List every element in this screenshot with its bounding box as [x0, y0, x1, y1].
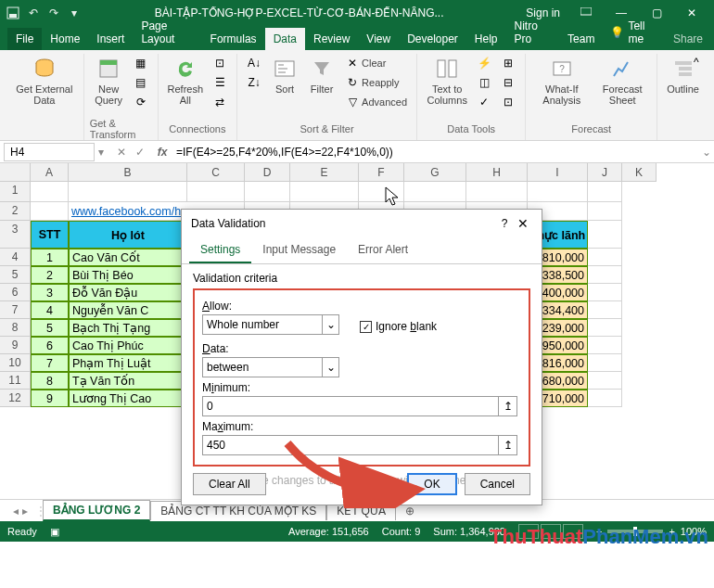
- column-header[interactable]: A: [31, 163, 69, 182]
- chevron-down-icon[interactable]: ⌄: [323, 357, 339, 377]
- allow-dropdown[interactable]: [202, 314, 323, 335]
- tab-prev-icon[interactable]: ◂: [13, 505, 19, 518]
- save-icon[interactable]: [6, 6, 20, 20]
- consolidate-button[interactable]: ⊞: [497, 54, 519, 72]
- dlg-tab-input-message[interactable]: Input Message: [251, 237, 347, 263]
- cell[interactable]: Tạ Văn Tốn: [69, 372, 187, 390]
- cell[interactable]: 7: [31, 354, 69, 372]
- cell[interactable]: STT: [31, 221, 69, 249]
- range-select-icon[interactable]: ↥: [499, 435, 517, 455]
- data-model-button[interactable]: ⊡: [497, 93, 519, 111]
- recent-sources-button[interactable]: ⟳: [130, 93, 152, 111]
- cell[interactable]: Bùi Thị Béo: [69, 266, 187, 284]
- get-external-data-button[interactable]: Get External Data: [11, 54, 78, 108]
- cell[interactable]: 4: [31, 301, 69, 319]
- row-header[interactable]: 6: [0, 284, 31, 301]
- show-queries-button[interactable]: ▦: [130, 54, 152, 72]
- close-icon[interactable]: ✕: [675, 4, 708, 22]
- cell[interactable]: [588, 372, 622, 390]
- remove-duplicates-button[interactable]: ◫: [473, 73, 495, 92]
- cell[interactable]: Cao Thị Phúc: [69, 337, 187, 354]
- cell[interactable]: [588, 301, 622, 319]
- clear-button[interactable]: ✕Clear: [341, 54, 411, 72]
- cell[interactable]: Phạm Thị Luật: [69, 354, 187, 372]
- dialog-close-icon[interactable]: ✕: [514, 216, 532, 231]
- cancel-button[interactable]: Cancel: [465, 473, 530, 495]
- tab-next-icon[interactable]: ▸: [22, 505, 28, 518]
- tab-view[interactable]: View: [358, 28, 399, 50]
- column-header[interactable]: B: [69, 163, 187, 182]
- column-header[interactable]: C: [187, 163, 245, 182]
- column-header[interactable]: G: [404, 163, 466, 182]
- maximum-input[interactable]: [202, 435, 499, 455]
- tab-team[interactable]: Team: [559, 28, 603, 50]
- sort-za-button[interactable]: Z↓: [243, 73, 265, 92]
- dlg-tab-settings[interactable]: Settings: [189, 237, 251, 263]
- relationships-button[interactable]: ⊟: [497, 73, 519, 92]
- tab-review[interactable]: Review: [305, 28, 358, 50]
- filter-button[interactable]: Filter: [304, 54, 339, 96]
- properties-button[interactable]: ☰: [209, 73, 231, 92]
- column-header[interactable]: J: [588, 163, 622, 182]
- tab-page-layout[interactable]: Page Layout: [133, 15, 201, 50]
- tab-nitro-pro[interactable]: Nitro Pro: [506, 15, 560, 50]
- new-query-button[interactable]: New Query: [90, 54, 128, 108]
- cell[interactable]: 6: [31, 337, 69, 354]
- row-header[interactable]: 11: [0, 372, 31, 390]
- row-header[interactable]: 9: [0, 337, 31, 354]
- undo-icon[interactable]: ↶: [26, 6, 41, 20]
- cell[interactable]: [588, 284, 622, 301]
- expand-formula-icon[interactable]: ⌄: [699, 146, 714, 159]
- chevron-down-icon[interactable]: ⌄: [323, 314, 339, 335]
- ignore-blank-checkbox[interactable]: ✓: [360, 321, 372, 333]
- cell[interactable]: [588, 182, 622, 202]
- dlg-tab-error-alert[interactable]: Error Alert: [347, 237, 419, 263]
- row-header[interactable]: 8: [0, 319, 31, 337]
- cell[interactable]: [31, 182, 69, 202]
- sort-az-button[interactable]: A↓: [243, 54, 265, 72]
- cell[interactable]: [588, 319, 622, 337]
- column-header[interactable]: I: [528, 163, 588, 182]
- refresh-all-button[interactable]: Refresh All: [164, 54, 208, 108]
- row-header[interactable]: 2: [0, 202, 31, 221]
- qat-dropdown-icon[interactable]: ▾: [67, 6, 82, 20]
- flash-fill-button[interactable]: ⚡: [473, 54, 495, 72]
- cell[interactable]: [290, 182, 359, 202]
- namebox-dropdown-icon[interactable]: ▾: [95, 146, 108, 159]
- connections-button[interactable]: ⊡: [209, 54, 231, 72]
- tell-me[interactable]: 💡Tell me: [603, 15, 662, 50]
- column-header[interactable]: F: [359, 163, 404, 182]
- cancel-formula-icon[interactable]: ✕: [113, 146, 130, 159]
- cell[interactable]: Đỗ Văn Đậu: [69, 284, 187, 301]
- data-validation-button[interactable]: ✓: [473, 93, 495, 111]
- macro-icon[interactable]: ▣: [50, 526, 59, 538]
- row-header[interactable]: 12: [0, 390, 31, 407]
- forecast-sheet-button[interactable]: Forecast Sheet: [593, 54, 651, 108]
- fx-icon[interactable]: fx: [154, 146, 171, 159]
- share-button[interactable]: Share: [662, 28, 714, 50]
- tab-data[interactable]: Data: [265, 28, 305, 50]
- row-header[interactable]: 1: [0, 182, 31, 202]
- cell[interactable]: Nguyễn Văn C: [69, 301, 187, 319]
- cell[interactable]: [588, 221, 622, 249]
- tab-insert[interactable]: Insert: [88, 28, 133, 50]
- column-header[interactable]: D: [245, 163, 290, 182]
- cell[interactable]: Lương Thị Cao: [69, 390, 187, 407]
- tab-home[interactable]: Home: [42, 28, 88, 50]
- row-header[interactable]: 3: [0, 221, 31, 249]
- ribbon-options-icon[interactable]: [569, 4, 603, 22]
- cell[interactable]: [69, 182, 187, 202]
- tab-formulas[interactable]: Formulas: [202, 28, 265, 50]
- tab-file[interactable]: File: [7, 28, 42, 50]
- data-dropdown[interactable]: [202, 357, 323, 377]
- tab-help[interactable]: Help: [466, 28, 506, 50]
- column-header[interactable]: H: [466, 163, 528, 182]
- cell[interactable]: 2: [31, 266, 69, 284]
- row-header[interactable]: 7: [0, 301, 31, 319]
- sheet-tab-active[interactable]: BẢNG LƯƠNG 2: [43, 500, 150, 521]
- cell[interactable]: 8: [31, 372, 69, 390]
- cell[interactable]: [528, 182, 588, 202]
- redo-icon[interactable]: ↷: [46, 6, 61, 20]
- collapse-ribbon-icon[interactable]: ^: [694, 56, 707, 69]
- column-header[interactable]: K: [622, 163, 657, 182]
